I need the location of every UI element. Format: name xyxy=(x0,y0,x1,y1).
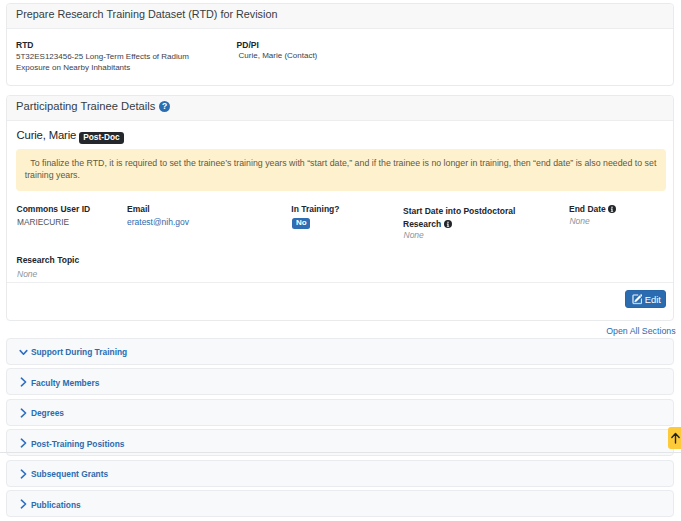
svg-text:?: ? xyxy=(162,101,167,111)
